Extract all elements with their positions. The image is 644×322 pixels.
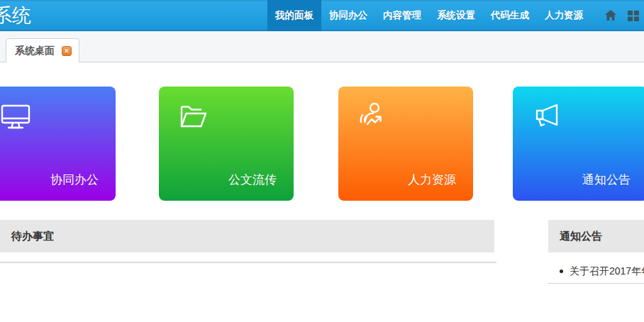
nav-item-hr[interactable]: 人力资源 <box>537 0 591 31</box>
tab-close-icon[interactable]: ✕ <box>62 46 72 56</box>
tile-label: 协同办公 <box>50 172 99 188</box>
nav-item-collaboration[interactable]: 协同办公 <box>321 0 375 31</box>
tile-label: 人力资源 <box>408 172 456 188</box>
notice-item-text: 关于召开2017年年 <box>570 265 644 277</box>
tile-label: 公文流传 <box>228 172 277 188</box>
tab-label: 系统桌面 <box>15 45 55 57</box>
tile-document-flow[interactable]: 公文流传 <box>159 87 294 201</box>
nav-item-system-settings[interactable]: 系统设置 <box>429 0 483 31</box>
home-icon[interactable] <box>604 9 617 22</box>
notice-panel-title: 通知公告 <box>560 230 602 243</box>
nav-item-content-mgmt[interactable]: 内容管理 <box>375 0 429 31</box>
nav-item-my-dashboard[interactable]: 我的面板 <box>267 0 321 31</box>
todo-panel-title: 待办事宜 <box>11 230 54 243</box>
tab-bar: 系统桌面 ✕ <box>0 31 644 62</box>
megaphone-icon <box>531 101 564 136</box>
tile-notices[interactable]: 通知公告 <box>513 87 644 201</box>
todo-panel-header: 待办事宜 <box>0 220 494 252</box>
notice-list-item[interactable]: 关于召开2017年年 <box>548 258 644 284</box>
nav-item-code-gen[interactable]: 代码生成 <box>483 0 537 31</box>
top-header-bar: 系统 我的面板 协同办公 内容管理 系统设置 代码生成 人力资源 <box>0 0 644 31</box>
main-nav: 我的面板 协同办公 内容管理 系统设置 代码生成 人力资源 <box>267 0 591 31</box>
bullet-icon <box>560 270 563 273</box>
tile-label: 通知公告 <box>582 172 631 188</box>
desktop-page: 系统 我的面板 协同办公 内容管理 系统设置 代码生成 人力资源 系统桌面 <box>0 0 644 322</box>
monitor-icon <box>0 101 32 136</box>
folder-open-icon <box>177 101 210 136</box>
notice-list: 关于召开2017年年 <box>548 258 644 284</box>
tile-human-resources[interactable]: 人力资源 <box>338 87 473 201</box>
tab-system-desktop[interactable]: 系统桌面 ✕ <box>6 38 79 62</box>
notice-panel-header: 通知公告 <box>548 220 644 252</box>
tile-collaboration[interactable]: 协同办公 <box>0 87 116 201</box>
grid-icon[interactable] <box>627 9 640 22</box>
app-title: 系统 <box>0 3 31 28</box>
todo-panel-divider <box>0 262 496 263</box>
people-icon <box>357 101 389 136</box>
